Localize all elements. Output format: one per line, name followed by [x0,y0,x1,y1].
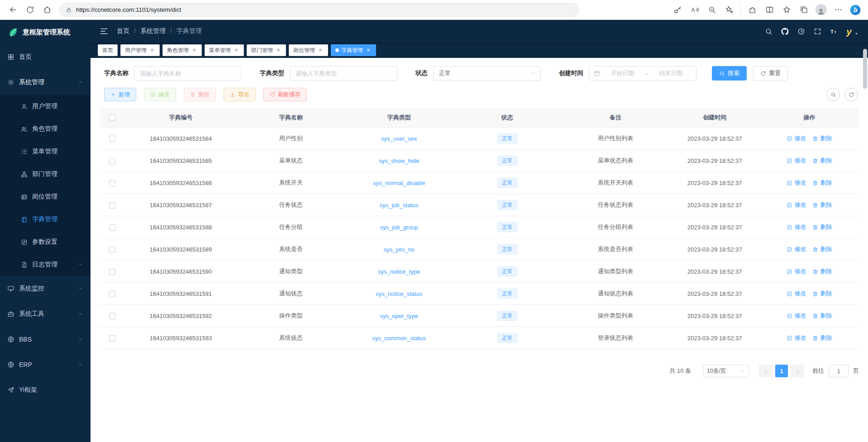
row-checkbox[interactable] [109,136,115,142]
row-edit-button[interactable]: 修改 [787,245,806,253]
row-delete-button[interactable]: 删除 [812,179,832,187]
row-checkbox[interactable] [109,313,115,319]
page-size-select[interactable]: 10条/页 [703,365,749,377]
select-all-checkbox[interactable] [109,114,115,121]
browser-menu-button[interactable] [830,2,846,18]
row-delete-button[interactable]: 删除 [812,334,832,342]
row-checkbox[interactable] [109,269,115,275]
sidebar-item-role-mgmt[interactable]: 角色管理 [0,118,91,140]
font-size-button[interactable] [830,28,838,35]
sidebar-item-system-mgmt[interactable]: 系统管理 [0,70,91,95]
dict-type-link[interactable]: sys_show_hide [379,157,419,164]
user-menu[interactable]: y [846,27,859,36]
sidebar-item-system-monitor[interactable]: 系统监控 [0,276,91,301]
close-icon[interactable] [365,47,372,53]
header-search-button[interactable] [765,28,773,35]
app-logo[interactable]: 意框架管理系统 [0,20,91,44]
sidebar-item-param-settings[interactable]: 参数设置 [0,231,91,253]
search-button[interactable]: 搜索 [712,66,747,81]
close-icon[interactable] [233,47,239,53]
dict-type-link[interactable]: sys_oper_type [380,313,418,319]
dict-type-link[interactable]: sys_job_status [380,202,419,209]
row-edit-button[interactable]: 修改 [787,290,806,298]
dict-type-link[interactable]: sys_normal_disable [373,180,425,186]
close-icon[interactable] [149,47,155,53]
profile-button[interactable] [813,2,829,18]
sidebar-item-yi-framework[interactable]: Yi框架 [0,377,91,403]
row-edit-button[interactable]: 修改 [787,312,806,320]
sidebar-item-log-mgmt[interactable]: 日志管理 [0,253,91,276]
github-button[interactable] [781,28,789,35]
dict-type-link[interactable]: sys_common_status [372,335,426,342]
tab-home[interactable]: 首页 [98,44,118,56]
row-checkbox[interactable] [109,224,115,231]
row-delete-button[interactable]: 删除 [812,245,832,253]
delete-button[interactable]: 删除 [184,88,216,101]
sidebar-item-menu-mgmt[interactable]: 菜单管理 [0,140,91,163]
row-edit-button[interactable]: 修改 [787,267,806,276]
browser-home-button[interactable] [39,2,55,18]
tab-dict-mgmt[interactable]: 字典管理 [331,44,376,56]
url-text[interactable]: https://ccnetcore.com:1101/system/dict [76,6,181,13]
copilot-button[interactable] [847,2,863,18]
tab-post-mgmt[interactable]: 岗位管理 [289,44,328,56]
sidebar-item-dict-mgmt[interactable]: 字典管理 [0,208,91,231]
add-button[interactable]: 新增 [104,88,136,101]
favorites-button[interactable] [778,2,795,18]
dict-type-input[interactable] [290,66,397,81]
address-bar[interactable]: https://ccnetcore.com:1101/system/dict [59,3,579,17]
refresh-table-button[interactable] [844,88,858,101]
row-checkbox[interactable] [109,180,115,186]
row-delete-button[interactable]: 删除 [812,290,832,298]
status-select[interactable]: 正常 [433,66,541,81]
extensions-button[interactable] [744,2,760,18]
row-checkbox[interactable] [109,158,115,164]
row-edit-button[interactable]: 修改 [787,179,806,187]
sidebar-item-bbs[interactable]: BBS [0,327,91,352]
sidebar-item-erp[interactable]: ERP [0,352,91,377]
dict-type-link[interactable]: sys_yes_no [383,246,415,253]
password-key-button[interactable] [669,2,686,18]
sidebar-item-dept-mgmt[interactable]: 部门管理 [0,163,91,185]
row-edit-button[interactable]: 修改 [787,157,806,165]
start-date-placeholder[interactable]: 开始日期 [602,69,643,77]
tab-menu-mgmt[interactable]: 菜单管理 [205,44,244,56]
help-button[interactable] [797,28,805,35]
read-aloud-button[interactable] [687,2,703,18]
export-button[interactable]: 导出 [224,88,256,101]
browser-back-button[interactable] [5,2,21,18]
sidebar-item-user-mgmt[interactable]: 用户管理 [0,95,91,118]
tab-role-mgmt[interactable]: 角色管理 [162,44,202,56]
add-favorite-button[interactable] [721,2,737,18]
sidebar-item-home[interactable]: 首页 [0,44,91,70]
dict-type-link[interactable]: sys_notice_status [376,290,422,297]
sidebar-toggle-button[interactable] [100,27,109,36]
dict-type-link[interactable]: sys_notice_type [378,268,420,275]
row-delete-button[interactable]: 删除 [812,201,832,209]
prev-page-button[interactable] [759,365,773,377]
breadcrumb-system-mgmt[interactable]: 系统管理 [129,27,166,35]
next-page-button[interactable] [791,365,804,377]
tab-dept-mgmt[interactable]: 部门管理 [247,44,286,56]
browser-refresh-button[interactable] [22,2,38,18]
row-delete-button[interactable]: 删除 [812,134,832,143]
dict-name-input[interactable] [134,66,242,81]
refresh-cache-button[interactable]: 刷新缓存 [263,88,307,101]
dict-type-link[interactable]: sys_job_group [380,224,418,231]
row-checkbox[interactable] [109,247,115,253]
row-delete-button[interactable]: 删除 [812,223,832,231]
end-date-placeholder[interactable]: 结束日期 [650,69,692,77]
breadcrumb-home[interactable]: 首页 [117,27,129,35]
dict-type-link[interactable]: sys_user_sex [381,135,417,142]
edit-button[interactable]: 修改 [144,88,176,101]
collections-button[interactable] [796,2,812,18]
row-edit-button[interactable]: 修改 [787,223,806,231]
close-icon[interactable] [191,47,197,53]
scrollbar[interactable] [863,49,867,89]
fullscreen-button[interactable] [814,28,821,35]
zoom-button[interactable] [704,2,720,18]
row-delete-button[interactable]: 删除 [812,157,832,165]
row-checkbox[interactable] [109,335,115,342]
split-screen-button[interactable] [761,2,777,18]
row-checkbox[interactable] [109,291,115,297]
